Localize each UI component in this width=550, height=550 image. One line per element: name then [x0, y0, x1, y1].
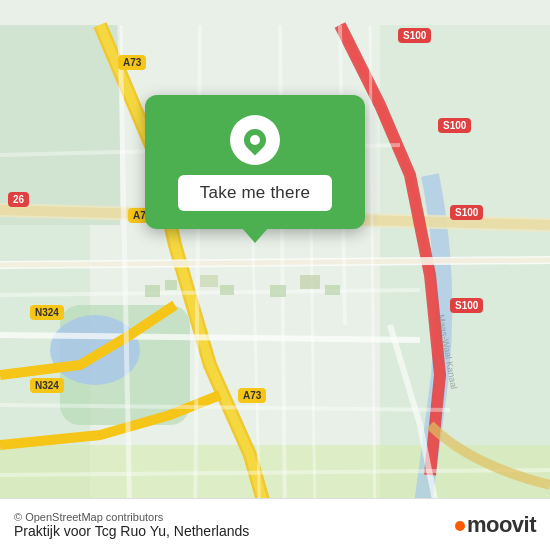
svg-rect-28 [300, 275, 320, 289]
svg-rect-24 [165, 280, 177, 290]
svg-rect-26 [220, 285, 234, 295]
popup-card: Take me there [145, 95, 365, 229]
road-label-s100-2: S100 [438, 118, 471, 133]
road-label-n324-2: N324 [30, 378, 64, 393]
svg-rect-27 [270, 285, 286, 297]
location-name: Praktijk voor Tcg Ruo Yu, Netherlands [14, 523, 249, 539]
road-label-26: 26 [8, 192, 29, 207]
osm-attribution: © OpenStreetMap contributors [14, 511, 249, 523]
moovit-logo: moovit [455, 512, 536, 538]
map-roads: Maas-Waal Kanaal [0, 0, 550, 550]
location-icon-circle [230, 115, 280, 165]
road-label-s100-1: S100 [398, 28, 431, 43]
location-pin-icon [239, 124, 270, 155]
road-label-n324-1: N324 [30, 305, 64, 320]
road-label-a73-top: A73 [118, 55, 146, 70]
svg-rect-25 [200, 275, 218, 287]
take-me-there-button[interactable]: Take me there [178, 175, 332, 211]
svg-rect-29 [325, 285, 340, 295]
bottom-info: © OpenStreetMap contributors Praktijk vo… [14, 511, 249, 539]
moovit-text: moovit [455, 512, 536, 538]
bottom-bar: © OpenStreetMap contributors Praktijk vo… [0, 498, 550, 550]
road-label-a73-bot: A73 [238, 388, 266, 403]
svg-rect-23 [145, 285, 160, 297]
road-label-s100-4: S100 [450, 298, 483, 313]
road-label-s100-3: S100 [450, 205, 483, 220]
moovit-dot [455, 521, 465, 531]
map-container: Maas-Waal Kanaal A73 A73 A73 S100 S100 S… [0, 0, 550, 550]
